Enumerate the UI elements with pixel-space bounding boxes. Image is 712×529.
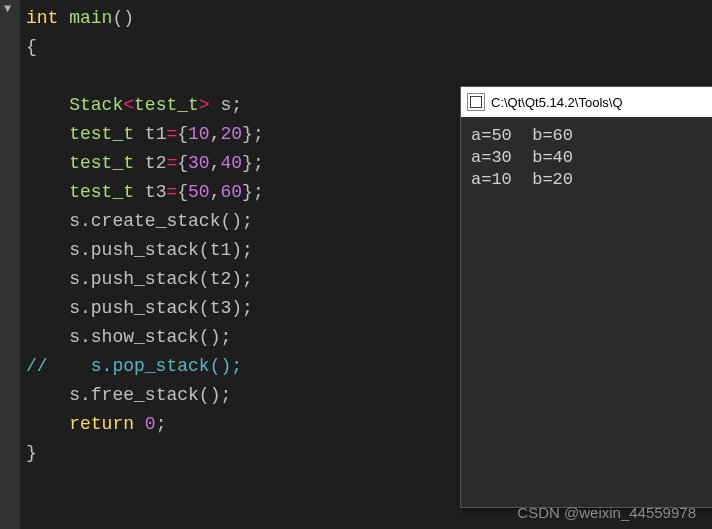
- angle-close: >: [199, 95, 210, 115]
- op-eq: =: [166, 124, 177, 144]
- num-zero: 0: [145, 414, 156, 434]
- comment-pop: // s.pop_stack();: [26, 356, 242, 376]
- comma: ,: [210, 124, 221, 144]
- num: 40: [220, 153, 242, 173]
- op-eq: =: [166, 182, 177, 202]
- app-icon: [467, 93, 485, 111]
- brace: };: [242, 153, 264, 173]
- var-t3: t3: [134, 182, 166, 202]
- num: 50: [188, 182, 210, 202]
- console-titlebar[interactable]: C:\Qt\Qt5.14.2\Tools\Q: [461, 87, 712, 117]
- console-window[interactable]: C:\Qt\Qt5.14.2\Tools\Q a=50 b=60 a=30 b=…: [460, 86, 712, 508]
- console-line: a=10 b=20: [471, 170, 573, 189]
- stmt-push-t1: s.push_stack(t1);: [69, 240, 253, 260]
- stmt-free: s.free_stack();: [69, 385, 231, 405]
- type-stack: Stack: [69, 95, 123, 115]
- console-title: C:\Qt\Qt5.14.2\Tools\Q: [491, 95, 623, 110]
- comma: ,: [210, 153, 221, 173]
- brace-close: }: [26, 443, 37, 463]
- keyword-return: return: [69, 414, 134, 434]
- var-t2: t2: [134, 153, 166, 173]
- console-line: a=50 b=60: [471, 126, 573, 145]
- fold-arrow-icon[interactable]: ▼: [4, 2, 11, 16]
- watermark: CSDN @weixin_44559978: [517, 504, 696, 521]
- stmt-push-t3: s.push_stack(t3);: [69, 298, 253, 318]
- type-test-t: test_t: [69, 124, 134, 144]
- editor-gutter: ▼: [0, 0, 20, 529]
- angle-open: <: [123, 95, 134, 115]
- num: 30: [188, 153, 210, 173]
- type-test-t: test_t: [69, 182, 134, 202]
- num: 60: [220, 182, 242, 202]
- type-test-t: test_t: [69, 153, 134, 173]
- comma: ,: [210, 182, 221, 202]
- brace: };: [242, 182, 264, 202]
- type-test-t: test_t: [134, 95, 199, 115]
- stmt-create: s.create_stack();: [69, 211, 253, 231]
- semicolon: ;: [156, 414, 167, 434]
- brace: };: [242, 124, 264, 144]
- console-output: a=50 b=60 a=30 b=40 a=10 b=20: [461, 117, 712, 199]
- space: [134, 414, 145, 434]
- var-t1: t1: [134, 124, 166, 144]
- brace: {: [177, 124, 188, 144]
- brace: {: [177, 153, 188, 173]
- parens: (): [112, 8, 134, 28]
- keyword-int: int: [26, 8, 58, 28]
- code-editor[interactable]: int main() { Stack<test_t> s; test_t t1=…: [26, 4, 264, 468]
- function-main: main: [69, 8, 112, 28]
- var-s: s;: [210, 95, 242, 115]
- num: 20: [220, 124, 242, 144]
- console-line: a=30 b=40: [471, 148, 573, 167]
- op-eq: =: [166, 153, 177, 173]
- brace-open: {: [26, 37, 37, 57]
- stmt-push-t2: s.push_stack(t2);: [69, 269, 253, 289]
- stmt-show: s.show_stack();: [69, 327, 231, 347]
- brace: {: [177, 182, 188, 202]
- num: 10: [188, 124, 210, 144]
